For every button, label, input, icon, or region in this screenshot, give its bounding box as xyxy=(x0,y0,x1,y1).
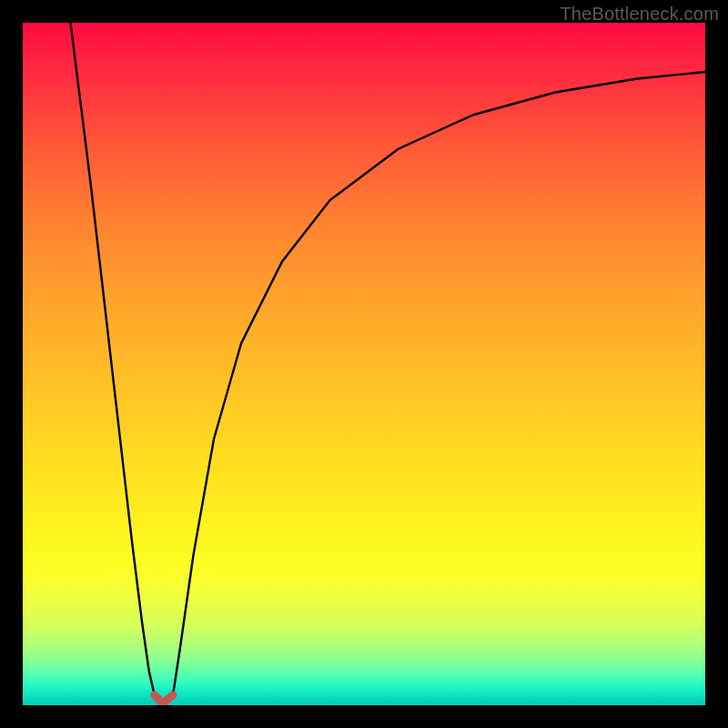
chart-root: TheBottleneck.com xyxy=(0,0,728,728)
watermark-label: TheBottleneck.com xyxy=(560,4,719,25)
plot-area xyxy=(23,23,705,705)
curves-svg xyxy=(23,23,705,705)
right-branch-path xyxy=(173,72,705,695)
left-branch-path xyxy=(71,23,155,695)
minimum-marker-path xyxy=(155,695,173,703)
